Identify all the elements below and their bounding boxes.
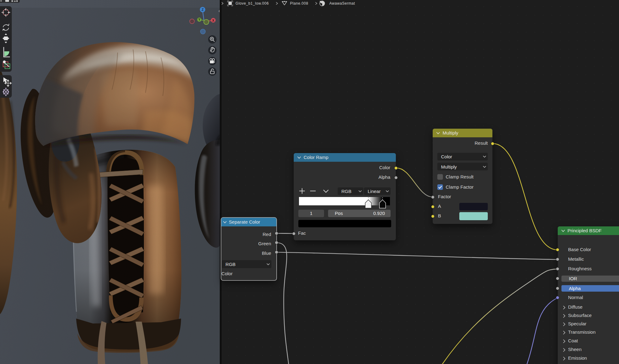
svg-text:Y: Y (198, 18, 201, 21)
svg-text:Z: Z (201, 8, 204, 11)
svg-text:X: X (212, 19, 214, 22)
